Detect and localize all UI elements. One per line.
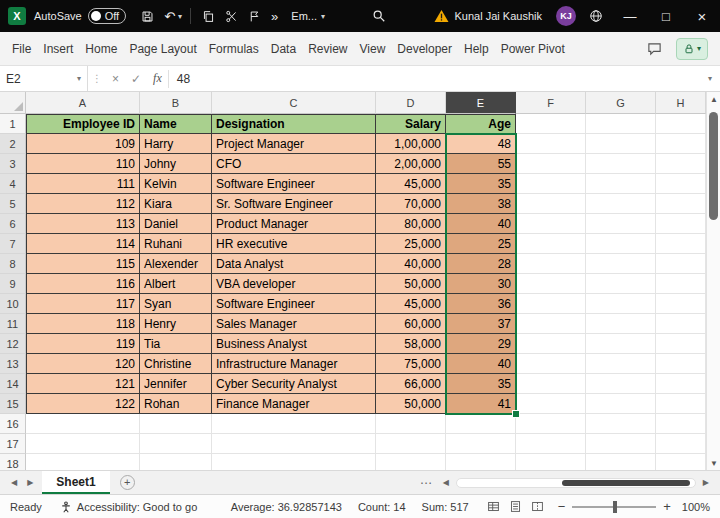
cell-B17[interactable]: [140, 434, 212, 454]
row-header-14[interactable]: 14: [0, 374, 26, 394]
menu-tab-view[interactable]: View: [360, 42, 386, 56]
cell-G3[interactable]: [586, 154, 656, 174]
cell-A7[interactable]: 114: [26, 234, 140, 254]
row-header-3[interactable]: 3: [0, 154, 26, 174]
column-header-E[interactable]: E: [446, 92, 516, 114]
cell-F10[interactable]: [516, 294, 586, 314]
cell-D12[interactable]: 58,000: [376, 334, 446, 354]
cell-B1[interactable]: Name: [140, 114, 212, 134]
cell-C13[interactable]: Infrastructure Manager: [212, 354, 376, 374]
cell-B16[interactable]: [140, 414, 212, 434]
cell-G5[interactable]: [586, 194, 656, 214]
hscroll-right-icon[interactable]: ▶: [698, 478, 714, 487]
copy-button[interactable]: [197, 8, 220, 25]
cell-B13[interactable]: Christine: [140, 354, 212, 374]
formula-bar-drag-handle[interactable]: ⋮: [88, 73, 106, 84]
cell-A13[interactable]: 120: [26, 354, 140, 374]
cell-G8[interactable]: [586, 254, 656, 274]
cell-B15[interactable]: Rohan: [140, 394, 212, 414]
row-header-8[interactable]: 8: [0, 254, 26, 274]
row-header-4[interactable]: 4: [0, 174, 26, 194]
cell-H4[interactable]: [656, 174, 706, 194]
cell-A17[interactable]: [26, 434, 140, 454]
maximize-button[interactable]: □: [648, 0, 684, 32]
cell-D4[interactable]: 45,000: [376, 174, 446, 194]
cell-B14[interactable]: Jennifer: [140, 374, 212, 394]
row-header-13[interactable]: 13: [0, 354, 26, 374]
cell-G16[interactable]: [586, 414, 656, 434]
cell-E16[interactable]: [446, 414, 516, 434]
cell-H3[interactable]: [656, 154, 706, 174]
zoom-knob[interactable]: [613, 501, 617, 513]
cell-D2[interactable]: 1,00,000: [376, 134, 446, 154]
cell-H11[interactable]: [656, 314, 706, 334]
fill-handle[interactable]: [512, 410, 520, 418]
horizontal-scrollbar[interactable]: [456, 478, 696, 488]
cell-E8[interactable]: 28: [446, 254, 516, 274]
cell-B4[interactable]: Kelvin: [140, 174, 212, 194]
row-header-11[interactable]: 11: [0, 314, 26, 334]
cell-H15[interactable]: [656, 394, 706, 414]
cell-D10[interactable]: 45,000: [376, 294, 446, 314]
cell-E1[interactable]: Age: [446, 114, 516, 134]
row-header-5[interactable]: 5: [0, 194, 26, 214]
menu-tab-insert[interactable]: Insert: [43, 42, 73, 56]
cell-A1[interactable]: Employee ID: [26, 114, 140, 134]
cut-button[interactable]: [220, 8, 243, 25]
vertical-scrollbar-thumb[interactable]: [709, 112, 718, 220]
normal-view-button[interactable]: [487, 500, 500, 513]
cell-E18[interactable]: [446, 454, 516, 470]
cell-B9[interactable]: Albert: [140, 274, 212, 294]
minimize-button[interactable]: —: [612, 0, 648, 32]
cell-E6[interactable]: 40: [446, 214, 516, 234]
column-header-A[interactable]: A: [26, 92, 140, 114]
cell-G2[interactable]: [586, 134, 656, 154]
cell-F16[interactable]: [516, 414, 586, 434]
row-header-17[interactable]: 17: [0, 434, 26, 454]
cell-A12[interactable]: 119: [26, 334, 140, 354]
cell-D15[interactable]: 50,000: [376, 394, 446, 414]
cell-A18[interactable]: [26, 454, 140, 470]
sheet-nav-left-icon[interactable]: ◀: [6, 478, 22, 487]
scroll-up-icon[interactable]: ▲: [707, 92, 720, 106]
cell-D14[interactable]: 66,000: [376, 374, 446, 394]
autosave-toggle[interactable]: Off: [88, 8, 126, 24]
column-header-G[interactable]: G: [586, 92, 656, 114]
cell-C12[interactable]: Business Analyst: [212, 334, 376, 354]
cell-A3[interactable]: 110: [26, 154, 140, 174]
flag-button[interactable]: [243, 8, 266, 25]
cell-G18[interactable]: [586, 454, 656, 470]
row-header-16[interactable]: 16: [0, 414, 26, 434]
cell-E17[interactable]: [446, 434, 516, 454]
cell-F8[interactable]: [516, 254, 586, 274]
menu-tab-formulas[interactable]: Formulas: [209, 42, 259, 56]
formula-cancel-button[interactable]: ×: [106, 72, 125, 86]
cell-E7[interactable]: 25: [446, 234, 516, 254]
cell-C2[interactable]: Project Manager: [212, 134, 376, 154]
undo-dropdown-icon[interactable]: ▾: [178, 12, 182, 21]
cell-B11[interactable]: Henry: [140, 314, 212, 334]
cell-G14[interactable]: [586, 374, 656, 394]
cell-C15[interactable]: Finance Manager: [212, 394, 376, 414]
cell-H18[interactable]: [656, 454, 706, 470]
status-mode[interactable]: Ready: [10, 501, 42, 513]
account-warning[interactable]: Kunal Jai Kaushik: [434, 9, 542, 23]
cell-H14[interactable]: [656, 374, 706, 394]
cell-B10[interactable]: Syan: [140, 294, 212, 314]
cell-E12[interactable]: 29: [446, 334, 516, 354]
cell-A9[interactable]: 116: [26, 274, 140, 294]
cell-H5[interactable]: [656, 194, 706, 214]
cell-C7[interactable]: HR executive: [212, 234, 376, 254]
cell-G12[interactable]: [586, 334, 656, 354]
zoom-in-button[interactable]: +: [663, 499, 671, 514]
cell-C11[interactable]: Sales Manager: [212, 314, 376, 334]
cell-F1[interactable]: [516, 114, 586, 134]
cell-H6[interactable]: [656, 214, 706, 234]
cell-C4[interactable]: Software Engineer: [212, 174, 376, 194]
menu-tab-help[interactable]: Help: [464, 42, 489, 56]
row-header-9[interactable]: 9: [0, 274, 26, 294]
cell-A16[interactable]: [26, 414, 140, 434]
cell-A11[interactable]: 118: [26, 314, 140, 334]
cell-C1[interactable]: Designation: [212, 114, 376, 134]
column-header-B[interactable]: B: [140, 92, 212, 114]
